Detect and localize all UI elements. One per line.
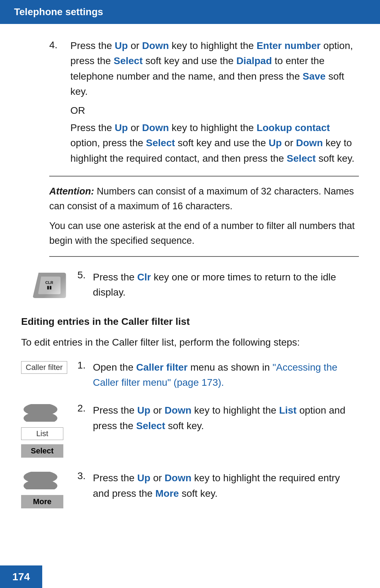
main-content: 4. Press the Up or Down key to highlight… bbox=[0, 38, 380, 551]
editing-section-heading: Editing entries in the Caller filter lis… bbox=[21, 314, 359, 329]
edit-step-2-text: Press the Up or Down key to highlight th… bbox=[93, 403, 359, 433]
edit-step-1-number: 1. bbox=[77, 360, 93, 371]
attention-box: Attention: Numbers can consist of a maxi… bbox=[49, 176, 359, 256]
page-header: Telephone settings bbox=[0, 0, 380, 24]
edit-step-3-row: More 3. Press the Up or Down key to high… bbox=[21, 470, 359, 508]
edit-step-2-row: List Select 2. Press the Up or Down key … bbox=[21, 403, 359, 458]
step-4-text-a: Press the Up or Down key to highlight th… bbox=[70, 38, 359, 99]
step-4-text-b: Press the Up or Down key to highlight th… bbox=[70, 120, 359, 166]
editing-section-intro: To edit entries in the Caller filter lis… bbox=[21, 335, 359, 350]
edit-step-1-row: Caller filter 1. Open the Caller filter … bbox=[21, 360, 359, 390]
attention-text: Attention: Numbers can consist of a maxi… bbox=[49, 184, 359, 214]
step-4-number: 4. bbox=[49, 39, 57, 51]
step-5-row: CLR ▮▮ 5. Press the Clr key one or more … bbox=[21, 270, 359, 300]
step-5-text: Press the Clr key one or more times to r… bbox=[93, 270, 359, 300]
step-5-content: 5. Press the Clr key one or more times t… bbox=[77, 270, 359, 300]
more-soft-button: More bbox=[21, 495, 63, 508]
list-button: List bbox=[21, 427, 63, 440]
edit-step-3-content: 3. Press the Up or Down key to highlight… bbox=[77, 470, 359, 501]
caller-filter-button: Caller filter bbox=[21, 361, 67, 374]
page-number: 174 bbox=[12, 571, 30, 583]
edit-step-1-icon-col: Caller filter bbox=[21, 360, 77, 374]
edit-step-1-content: 1. Open the Caller filter menu as shown … bbox=[77, 360, 359, 390]
nav-key-up-icon bbox=[21, 404, 60, 422]
step-4-content: Press the Up or Down key to highlight th… bbox=[70, 38, 359, 166]
edit-step-3-icon-col: More bbox=[21, 470, 77, 508]
edit-step-1-text: Open the Caller filter menu as shown in … bbox=[93, 360, 359, 390]
edit-step-2-content: 2. Press the Up or Down key to highlight… bbox=[77, 403, 359, 433]
step-5-icon-col: CLR ▮▮ bbox=[21, 271, 77, 298]
select-soft-button: Select bbox=[21, 444, 63, 458]
step-4-row: 4. Press the Up or Down key to highlight… bbox=[49, 38, 359, 166]
edit-step-2-number: 2. bbox=[77, 403, 93, 414]
edit-step-3-number: 3. bbox=[77, 470, 93, 482]
step-4-number-col: 4. bbox=[49, 38, 70, 51]
edit-step-2-icon-col: List Select bbox=[21, 403, 77, 458]
page-header-title: Telephone settings bbox=[14, 6, 103, 17]
page-footer: 174 bbox=[0, 565, 42, 588]
clr-key-icon: CLR ▮▮ bbox=[33, 273, 66, 298]
edit-step-3-text: Press the Up or Down key to highlight th… bbox=[93, 470, 359, 501]
nav-key-2-icon bbox=[21, 472, 60, 489]
step-4-or: OR bbox=[70, 103, 359, 118]
attention-text2: You can use one asterisk at the end of a… bbox=[49, 219, 359, 248]
step-5-number: 5. bbox=[77, 270, 93, 281]
